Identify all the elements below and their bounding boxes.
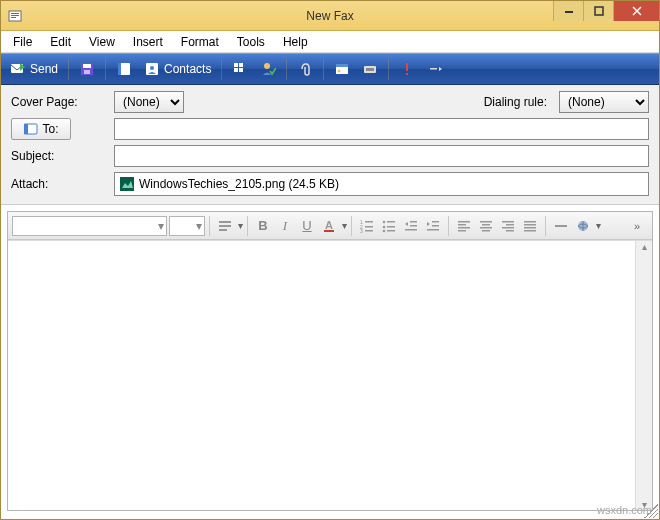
svg-rect-38 <box>365 221 373 223</box>
to-label: To: <box>42 122 58 136</box>
svg-rect-70 <box>524 230 536 232</box>
svg-rect-30 <box>24 124 28 134</box>
svg-rect-65 <box>502 227 514 229</box>
menu-view[interactable]: View <box>81 33 123 51</box>
svg-rect-69 <box>524 227 536 229</box>
attachment-file-icon <box>119 176 135 192</box>
subject-input[interactable] <box>114 145 649 167</box>
align-center-button[interactable] <box>475 215 497 237</box>
svg-rect-56 <box>458 224 466 226</box>
svg-rect-58 <box>458 230 466 232</box>
subject-label: Subject: <box>11 149 106 163</box>
svg-rect-51 <box>405 229 417 231</box>
svg-rect-1 <box>11 13 19 14</box>
bullet-list-button[interactable] <box>378 215 400 237</box>
svg-rect-46 <box>387 226 395 228</box>
send-button[interactable]: Send <box>5 57 63 81</box>
scroll-up-icon: ▴ <box>642 241 647 252</box>
menu-format[interactable]: Format <box>173 33 227 51</box>
insert-picture-button[interactable] <box>329 57 355 81</box>
main-toolbar: Send Contacts <box>1 53 659 85</box>
svg-rect-50 <box>410 225 417 227</box>
font-size-combo[interactable]: ▾ <box>169 216 205 236</box>
priority-button[interactable] <box>394 57 420 81</box>
to-input[interactable] <box>114 118 649 140</box>
svg-rect-62 <box>482 230 490 232</box>
minimize-button[interactable] <box>553 1 583 21</box>
svg-point-15 <box>150 66 154 70</box>
toolbar-overflow-button[interactable]: » <box>626 215 648 237</box>
attachment-name: WindowsTechies_2105.png (24.5 KB) <box>139 177 339 191</box>
cover-page-select[interactable]: (None) <box>114 91 184 113</box>
dialing-rule-select[interactable]: (None) <box>559 91 649 113</box>
svg-rect-27 <box>406 73 408 75</box>
close-button[interactable] <box>613 1 659 21</box>
svg-rect-68 <box>524 224 536 226</box>
menu-insert[interactable]: Insert <box>125 33 171 51</box>
chevron-down-icon: ▾ <box>596 220 601 231</box>
attach-label: Attach: <box>11 177 106 191</box>
svg-rect-60 <box>482 224 490 226</box>
check-recipient-button[interactable] <box>255 57 281 81</box>
font-name-combo[interactable]: ▾ <box>12 216 167 236</box>
svg-rect-31 <box>120 177 134 191</box>
attach-button[interactable] <box>292 57 318 81</box>
bold-button[interactable]: B <box>252 215 274 237</box>
svg-rect-49 <box>410 221 417 223</box>
send-label: Send <box>30 62 58 76</box>
to-button[interactable]: To: <box>11 118 71 140</box>
svg-rect-18 <box>234 68 238 72</box>
svg-rect-59 <box>480 221 492 223</box>
contacts-icon <box>144 61 160 77</box>
svg-point-23 <box>338 70 341 73</box>
menu-edit[interactable]: Edit <box>42 33 79 51</box>
vertical-scrollbar[interactable]: ▴ ▾ <box>635 241 652 510</box>
grid-icon <box>232 61 248 77</box>
indent-button[interactable] <box>422 215 444 237</box>
insert-link-button[interactable] <box>572 215 594 237</box>
menubar: File Edit View Insert Format Tools Help <box>1 31 659 53</box>
numbered-list-button[interactable]: 123 <box>356 215 378 237</box>
svg-rect-52 <box>432 221 439 223</box>
send-icon <box>10 61 26 77</box>
align-justify-button[interactable] <box>519 215 541 237</box>
svg-rect-28 <box>430 68 437 70</box>
save-button[interactable] <box>74 57 100 81</box>
addressbook-button[interactable] <box>111 57 137 81</box>
cover-page-label: Cover Page: <box>11 95 106 109</box>
paperclip-icon <box>297 61 313 77</box>
addressbook-icon <box>116 61 132 77</box>
font-color-button[interactable]: A <box>318 215 340 237</box>
insert-hr-button[interactable] <box>550 215 572 237</box>
svg-point-43 <box>383 220 386 223</box>
menu-tools[interactable]: Tools <box>229 33 273 51</box>
menu-help[interactable]: Help <box>275 33 316 51</box>
editor-body[interactable]: ▴ ▾ <box>8 240 652 510</box>
align-right-button[interactable] <box>497 215 519 237</box>
svg-rect-25 <box>366 68 374 71</box>
svg-rect-10 <box>83 64 91 68</box>
svg-point-20 <box>264 63 270 69</box>
titlebar: New Fax <box>1 1 659 31</box>
svg-rect-42 <box>365 230 373 232</box>
dropdown-button[interactable] <box>422 57 448 81</box>
maximize-button[interactable] <box>583 1 613 21</box>
svg-rect-63 <box>502 221 514 223</box>
paragraph-style-button[interactable] <box>214 215 236 237</box>
chevron-down-icon: ▾ <box>196 219 202 233</box>
contacts-button[interactable]: Contacts <box>139 57 216 81</box>
italic-button[interactable]: I <box>274 215 296 237</box>
attachment-box[interactable]: WindowsTechies_2105.png (24.5 KB) <box>114 172 649 196</box>
svg-rect-26 <box>406 63 408 71</box>
svg-point-45 <box>383 225 386 228</box>
outdent-button[interactable] <box>400 215 422 237</box>
grid-button[interactable] <box>227 57 253 81</box>
align-left-button[interactable] <box>453 215 475 237</box>
menu-file[interactable]: File <box>5 33 40 51</box>
svg-rect-66 <box>506 230 514 232</box>
underline-button[interactable]: U <box>296 215 318 237</box>
svg-rect-57 <box>458 227 470 229</box>
svg-rect-55 <box>458 221 470 223</box>
svg-rect-22 <box>336 64 348 67</box>
scan-button[interactable] <box>357 57 383 81</box>
